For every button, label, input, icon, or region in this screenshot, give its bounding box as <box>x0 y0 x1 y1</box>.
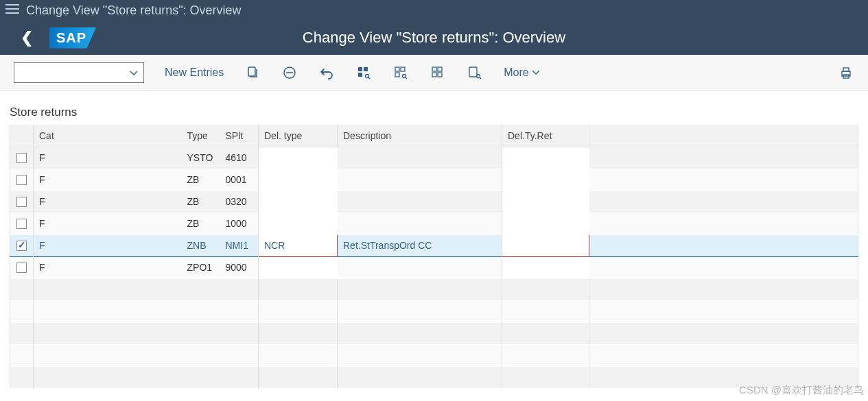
cell-delret[interactable] <box>502 169 589 191</box>
toolbar-combo[interactable] <box>14 62 144 83</box>
deselect-all-icon[interactable] <box>430 64 446 81</box>
row-select-cell[interactable] <box>10 234 34 256</box>
table-row[interactable]: FZNBNMI1NCRRet.StTranspOrd CC <box>10 234 858 256</box>
cell-deltype[interactable]: NCR <box>259 234 338 256</box>
table-row[interactable]: FZB1000 <box>10 212 858 234</box>
group-title: Store returns <box>10 106 858 119</box>
print-icon[interactable] <box>838 64 854 81</box>
cell-description <box>338 256 502 278</box>
svg-line-12 <box>406 77 407 79</box>
cell-description <box>338 191 502 212</box>
table-row[interactable]: FYSTO4610 <box>10 147 858 169</box>
svg-rect-14 <box>438 67 442 71</box>
cell-description <box>338 212 502 234</box>
col-header-delret[interactable]: Del.Ty.Ret <box>502 125 589 147</box>
content-area: Store returns Cat Type SPlt Del. type De… <box>0 90 868 389</box>
checkbox[interactable] <box>16 263 27 273</box>
chevron-down-icon <box>532 70 540 75</box>
checkbox[interactable] <box>16 241 27 251</box>
row-select-cell[interactable] <box>10 256 34 278</box>
cell-cat: F <box>34 169 182 191</box>
table-row-empty <box>10 300 858 322</box>
menu-icon[interactable] <box>5 1 19 20</box>
cell-description <box>338 147 502 169</box>
col-header-desc[interactable]: Description <box>338 125 502 147</box>
config-icon[interactable] <box>467 64 483 81</box>
cell-deltype[interactable] <box>259 147 338 169</box>
table-row[interactable]: FZPO19000 <box>10 256 858 278</box>
cell-delret[interactable] <box>502 234 589 256</box>
cell-deltype[interactable] <box>259 191 338 212</box>
table-row[interactable]: FZB0320 <box>10 191 858 212</box>
svg-point-6 <box>366 74 369 77</box>
shell-title: Change View "Store returns": Overview <box>26 1 242 20</box>
svg-rect-10 <box>395 73 399 77</box>
col-header-type[interactable]: Type <box>182 125 220 147</box>
cell-fill <box>589 191 858 212</box>
svg-rect-16 <box>438 73 442 77</box>
col-header-deltype[interactable]: Del. type <box>259 125 338 147</box>
watermark: CSDN @喜欢打酱油的老鸟 <box>739 384 864 389</box>
cell-fill <box>589 147 858 169</box>
table-row-empty <box>10 344 858 366</box>
svg-rect-0 <box>248 67 255 76</box>
cell-description: Ret.StTranspOrd CC <box>338 234 502 256</box>
cell-delret[interactable] <box>502 191 589 212</box>
col-header-select[interactable] <box>10 125 34 147</box>
select-block-icon[interactable] <box>392 64 409 81</box>
cell-type: ZB <box>182 169 220 191</box>
cell-splt: NMI1 <box>220 234 259 256</box>
svg-rect-9 <box>401 67 405 71</box>
svg-line-19 <box>480 77 481 79</box>
cell-type: ZPO1 <box>182 256 220 278</box>
col-header-cat[interactable]: Cat <box>34 125 182 147</box>
cell-deltype[interactable] <box>259 169 338 191</box>
table-row-empty <box>10 278 858 300</box>
cell-fill <box>589 234 858 256</box>
cell-type: ZNB <box>182 234 220 256</box>
delete-icon[interactable] <box>281 64 298 81</box>
svg-rect-17 <box>469 67 477 77</box>
back-button[interactable]: ❮ <box>14 26 40 49</box>
row-select-cell[interactable] <box>10 147 34 169</box>
row-select-cell[interactable] <box>10 191 34 212</box>
checkbox[interactable] <box>16 175 27 185</box>
sap-logo: SAP <box>49 27 96 49</box>
cell-delret[interactable] <box>502 212 589 234</box>
undo-icon[interactable] <box>318 64 335 81</box>
cell-delret[interactable] <box>502 147 589 169</box>
cell-cat: F <box>34 191 182 212</box>
cell-type: ZB <box>182 191 220 212</box>
cell-deltype[interactable] <box>259 212 338 234</box>
cell-fill <box>589 169 858 191</box>
col-header-fill <box>589 125 858 147</box>
checkbox[interactable] <box>16 153 27 163</box>
cell-delret[interactable] <box>502 256 589 278</box>
select-all-icon[interactable] <box>355 64 372 81</box>
svg-rect-3 <box>358 67 362 71</box>
svg-rect-21 <box>843 68 849 71</box>
table-header-row: Cat Type SPlt Del. type Description Del.… <box>10 125 858 147</box>
table-row[interactable]: FZB0001 <box>10 169 858 191</box>
cell-splt: 0001 <box>220 169 259 191</box>
new-entries-button[interactable]: New Entries <box>165 66 224 79</box>
copy-as-icon[interactable] <box>244 64 261 81</box>
cell-type: ZB <box>182 212 220 234</box>
cell-splt: 9000 <box>220 256 259 278</box>
cell-deltype[interactable] <box>259 256 338 278</box>
checkbox[interactable] <box>16 219 27 229</box>
more-button[interactable]: More <box>504 66 539 79</box>
row-select-cell[interactable] <box>10 169 34 191</box>
svg-line-7 <box>368 77 370 79</box>
cell-type: YSTO <box>182 147 220 169</box>
cell-description <box>338 169 502 191</box>
shell-bar: Change View "Store returns": Overview <box>0 0 868 21</box>
toolbar: New Entries More <box>0 55 868 90</box>
cell-fill <box>589 256 858 278</box>
cell-splt: 1000 <box>220 212 259 234</box>
checkbox[interactable] <box>16 197 27 207</box>
col-header-splt[interactable]: SPlt <box>220 125 259 147</box>
cell-splt: 0320 <box>220 191 259 212</box>
row-select-cell[interactable] <box>10 212 34 234</box>
more-label: More <box>504 66 528 79</box>
